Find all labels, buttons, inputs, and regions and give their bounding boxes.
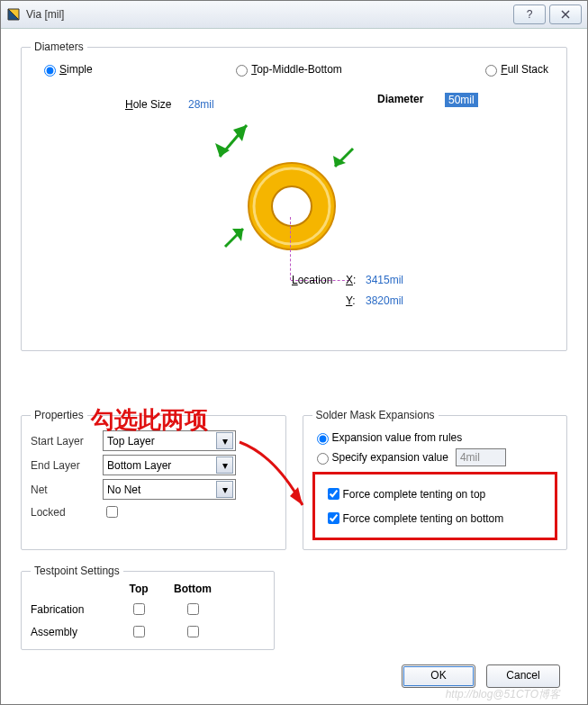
radio-simple-input[interactable] <box>44 65 56 77</box>
crosshair-line <box>290 217 291 280</box>
via-diagram: Hole Size 28mil Diameter 50mil <box>31 80 557 341</box>
check-tent-top[interactable]: Force complete tenting on top <box>324 485 547 502</box>
radio-full-input[interactable] <box>485 65 497 77</box>
tent-top-checkbox[interactable] <box>328 488 339 500</box>
radio-specify[interactable]: Specify expansion value 4mil <box>312 448 558 466</box>
end-layer-value: Bottom Layer <box>107 459 171 472</box>
help-button[interactable]: ? <box>513 5 546 24</box>
arrow-icon <box>218 220 254 256</box>
dialog-window: Via [mil] ? Diameters Simple Top-Middle-… <box>0 0 588 705</box>
radio-simple[interactable]: Simple <box>40 62 93 77</box>
location-x-value[interactable]: 3415mil <box>366 274 403 286</box>
end-layer-label: End Layer <box>31 459 103 472</box>
locked-label: Locked <box>31 506 103 519</box>
tp-top-header: Top <box>112 583 166 595</box>
sme-legend: Solder Mask Expansions <box>312 409 439 421</box>
arrow-icon <box>206 116 260 170</box>
svg-point-6 <box>272 186 312 226</box>
client-area: Diameters Simple Top-Middle-Bottom Full … <box>1 28 587 704</box>
fab-bottom-checkbox[interactable] <box>187 603 199 615</box>
svg-marker-8 <box>215 143 230 157</box>
radio-tmb[interactable]: Top-Middle-Bottom <box>231 62 342 77</box>
asm-bottom-checkbox[interactable] <box>187 626 199 637</box>
net-select[interactable]: No Net ▾ <box>103 479 236 500</box>
radio-specify-label: Specify expansion value <box>332 451 448 464</box>
cancel-button[interactable]: Cancel <box>486 664 560 688</box>
radio-rules[interactable]: Expansion value from rules <box>312 430 558 445</box>
location-label: Location <box>292 274 332 286</box>
radio-rules-label: Expansion value from rules <box>332 431 463 444</box>
tp-fab-label: Fabrication <box>31 603 112 616</box>
highlighted-options: Force complete tenting on top Force comp… <box>312 472 558 540</box>
location-x-label: X: <box>346 274 356 286</box>
radio-full-label: ull Stack <box>508 63 548 76</box>
annotation-text: 勾选此两项 <box>91 404 208 436</box>
location-y-label: Y: <box>346 294 356 307</box>
tent-bottom-label: Force complete tenting on bottom <box>343 512 504 525</box>
via-icon <box>6 7 21 22</box>
radio-full[interactable]: Full Stack <box>481 62 548 77</box>
ok-button[interactable]: OK <box>402 664 475 688</box>
properties-legend: Properties <box>31 409 87 421</box>
diameter-label: Diameter <box>377 93 423 105</box>
tent-bottom-checkbox[interactable] <box>328 512 339 524</box>
close-icon <box>561 10 570 19</box>
radio-tmb-input[interactable] <box>236 65 248 77</box>
close-button[interactable] <box>549 5 582 24</box>
end-layer-select[interactable]: Bottom Layer ▾ <box>103 455 236 475</box>
tp-legend: Testpoint Settings <box>31 565 123 577</box>
hole-size-value[interactable]: 28mil <box>188 98 214 111</box>
locked-checkbox[interactable] <box>106 506 118 518</box>
annotation-arrow-icon <box>231 438 321 519</box>
net-value: No Net <box>107 484 140 496</box>
start-layer-value: Top Layer <box>107 435 155 447</box>
window-title: Via [mil] <box>26 8 510 21</box>
diameters-group: Diameters Simple Top-Middle-Bottom Full … <box>21 41 567 351</box>
diameters-legend: Diameters <box>31 41 87 53</box>
solder-mask-group: Solder Mask Expansions Expansion value f… <box>303 409 568 550</box>
tp-bottom-header: Bottom <box>166 583 220 595</box>
start-layer-label: Start Layer <box>31 435 103 447</box>
fab-top-checkbox[interactable] <box>133 603 145 615</box>
diameter-value[interactable]: 50mil <box>445 93 478 107</box>
titlebar: Via [mil] ? <box>1 1 587 29</box>
check-tent-bottom[interactable]: Force complete tenting on bottom <box>324 510 547 527</box>
location-y-value[interactable]: 3820mil <box>366 294 403 307</box>
net-label: Net <box>31 484 103 496</box>
asm-top-checkbox[interactable] <box>133 626 145 637</box>
expansion-value-input[interactable]: 4mil <box>456 448 506 466</box>
tent-top-label: Force complete tenting on top <box>343 488 486 501</box>
tp-asm-label: Assembly <box>31 626 112 638</box>
radio-tmb-label: op-Middle-Bottom <box>257 63 342 76</box>
arrow-icon <box>326 143 362 179</box>
radio-simple-label: imple <box>67 63 93 76</box>
hole-size-label: Hole Size <box>125 98 171 111</box>
testpoint-group: Testpoint Settings Top Bottom Fabricatio… <box>21 565 275 650</box>
